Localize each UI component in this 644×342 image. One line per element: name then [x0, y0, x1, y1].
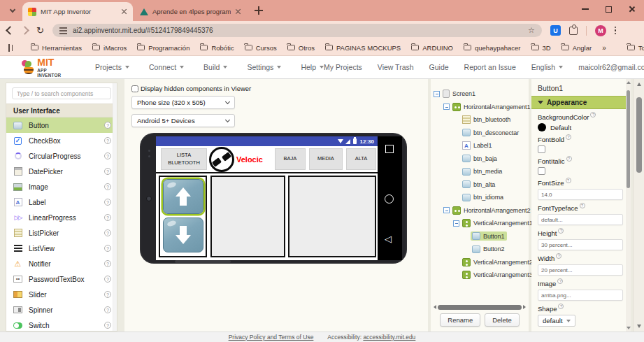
scroll-down-icon[interactable] [637, 325, 641, 328]
help-icon[interactable]: ? [558, 304, 564, 309]
close-window-icon[interactable] [629, 6, 636, 13]
tree-node-btn-baja[interactable]: btn_baja [431, 152, 529, 166]
tree-node-horizontalarrangement2[interactable]: HorizontalArrangement2 [431, 204, 529, 218]
help-icon[interactable]: ? [104, 245, 111, 252]
btn-alta[interactable]: ALTA [346, 148, 376, 170]
palette-item-button[interactable]: Button? [6, 117, 117, 133]
accessibility-link[interactable]: accessibility.mit.edu [363, 334, 415, 341]
help-icon[interactable]: ? [566, 156, 572, 162]
collapse-icon[interactable] [434, 91, 440, 97]
help-icon[interactable]: ? [104, 183, 111, 190]
bookmarks-overflow-chevron[interactable]: » [602, 44, 606, 52]
palette-item-notifier[interactable]: ⚠Notifier? [6, 256, 117, 271]
collapse-icon[interactable] [443, 207, 450, 213]
close-tab-icon[interactable] [235, 8, 241, 15]
tree-node-btn-idioma[interactable]: btn_idioma [431, 191, 529, 204]
help-icon[interactable]: ? [104, 152, 111, 159]
palette-item-image[interactable]: Image? [6, 179, 117, 194]
tree-node-button1-selected[interactable]: Button1 [431, 230, 529, 243]
btn-media[interactable]: MEDIA [309, 148, 343, 170]
bookmark-folder[interactable]: Robótic [200, 44, 234, 52]
shape-dropdown[interactable]: default [538, 315, 575, 327]
bookmark-folder[interactable]: Cursos [245, 44, 277, 52]
scroll-left-icon[interactable] [434, 305, 436, 309]
scroll-down-icon[interactable] [627, 327, 631, 329]
scrollbar-thumb[interactable] [636, 97, 642, 173]
tree-node-verticalarrangement3[interactable]: VerticalArrangement3 [431, 269, 529, 282]
palette-item-listview[interactable]: ListView? [6, 241, 117, 256]
language-menu[interactable]: English [531, 63, 563, 71]
tree-node-btn-bluetooth[interactable]: btn_bluetooth [431, 113, 529, 127]
tree-node-button2[interactable]: Button2 [431, 243, 529, 256]
tree-node-verticalarrangement1[interactable]: VerticalArrangement1 [431, 217, 529, 230]
minimize-icon[interactable] [582, 8, 589, 10]
tree-node-screen1[interactable]: Screen1 [431, 87, 529, 101]
forward-icon[interactable] [20, 26, 29, 35]
help-icon[interactable]: ? [104, 137, 111, 144]
menu-help[interactable]: Help [301, 63, 324, 71]
help-icon[interactable]: ? [104, 306, 111, 313]
help-icon[interactable]: ? [566, 134, 571, 140]
help-icon[interactable]: ? [104, 168, 111, 175]
tree-node-verticalarrangement2[interactable]: VerticalArrangement2 [431, 256, 529, 269]
fontsize-input[interactable] [538, 189, 623, 200]
help-icon[interactable]: ? [104, 260, 111, 267]
help-icon[interactable]: ? [104, 214, 111, 221]
profile-avatar[interactable]: M [595, 25, 606, 36]
ublock-extension-icon[interactable]: U [550, 25, 561, 36]
collapse-icon[interactable] [453, 220, 459, 227]
btn-baja[interactable]: BAJA [275, 148, 306, 170]
fontitalic-checkbox[interactable] [538, 167, 545, 175]
help-icon[interactable]: ? [104, 291, 111, 298]
palette-scrollbar[interactable] [113, 83, 117, 331]
maximize-icon[interactable] [606, 6, 612, 13]
label1-velocidad[interactable]: Velocic [234, 155, 273, 164]
scroll-up-icon[interactable] [627, 81, 631, 84]
help-icon[interactable]: ? [556, 253, 561, 259]
btn-desconectar-plug-icon[interactable] [209, 147, 234, 172]
bookmark-folder[interactable]: 3D [531, 44, 551, 52]
extensions-puzzle-icon[interactable] [569, 27, 578, 35]
fontbold-checkbox[interactable] [538, 145, 545, 153]
help-icon[interactable]: ? [558, 228, 564, 234]
vertical-arrangement-2[interactable] [210, 176, 285, 257]
vertical-arrangement-1[interactable] [159, 176, 207, 257]
tree-node-btn-media[interactable]: btn_media [431, 165, 529, 178]
help-icon[interactable]: ? [566, 178, 571, 183]
palette-item-listpicker[interactable]: ListPicker? [6, 225, 117, 241]
scroll-right-icon[interactable] [523, 305, 526, 309]
apps-grid-icon[interactable] [8, 44, 10, 52]
device-type-dropdown[interactable]: Android 5+ Devices [131, 114, 235, 127]
scrollbar-thumb[interactable] [438, 305, 522, 310]
help-icon[interactable]: ? [104, 276, 111, 283]
tree-node-btn-desconectar[interactable]: btn_desconectar [431, 127, 529, 140]
tree-node-label1[interactable]: ALabel1 [431, 139, 529, 152]
scroll-up-icon[interactable] [637, 83, 641, 86]
palette-item-label[interactable]: ALabel? [6, 194, 117, 210]
palette-item-spinner[interactable]: Spinner? [6, 302, 117, 318]
palette-item-linearprogress[interactable]: ▷▷LinearProgress? [6, 210, 117, 225]
menu-settings[interactable]: Settings [247, 63, 281, 71]
backgroundcolor-picker[interactable]: Default [538, 123, 624, 131]
rename-button[interactable]: Rename [440, 313, 480, 327]
screen1-canvas[interactable]: 12:30 LISTA BLUETOOTH Velocic BAJA MEDIA… [156, 136, 378, 260]
help-icon[interactable]: ? [580, 203, 585, 208]
help-icon[interactable]: ? [104, 199, 111, 206]
bookmark-folder[interactable]: ARDUINO [411, 44, 453, 52]
palette-item-passwordtextbox[interactable]: ••PasswordTextBox? [6, 271, 117, 287]
all-bookmarks[interactable]: Todos los marcadores [627, 44, 644, 52]
tree-horizontal-scrollbar[interactable] [434, 304, 526, 310]
palette-item-slider[interactable]: Slider? [6, 287, 117, 302]
button1-up-arrow[interactable] [163, 179, 203, 214]
menu-connect[interactable]: Connect [149, 63, 184, 71]
bookmark-folder[interactable]: quehaypahacer [464, 44, 521, 52]
palette-item-switch[interactable]: Switch? [6, 318, 117, 332]
bookmark-folder[interactable]: Herramientas [31, 44, 82, 52]
horizontal-arrangement-2[interactable] [156, 175, 378, 260]
horizontal-arrangement-1[interactable]: LISTA BLUETOOTH Velocic BAJA MEDIA ALTA [156, 146, 378, 173]
report-issue-link[interactable]: Report an Issue [464, 63, 516, 71]
vertical-arrangement-3[interactable] [288, 176, 376, 257]
help-icon[interactable]: ? [104, 322, 111, 329]
bookmark-folder[interactable]: Programación [137, 44, 189, 52]
palette-item-circularprogress[interactable]: CircularProgress? [6, 148, 117, 164]
